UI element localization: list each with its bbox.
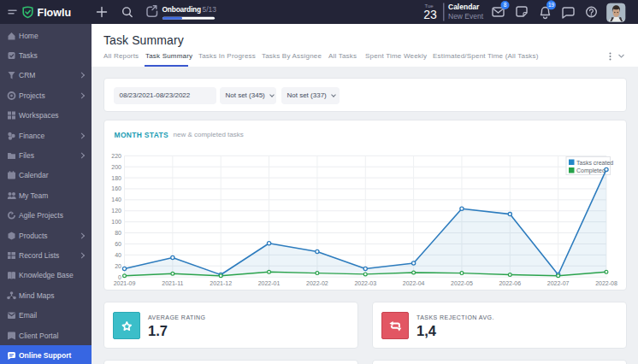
- svg-text:0: 0: [118, 274, 121, 280]
- svg-text:120: 120: [111, 208, 121, 214]
- svg-text:2022-05: 2022-05: [451, 280, 473, 286]
- svg-text:140: 140: [111, 197, 121, 203]
- svg-text:2021-09: 2021-09: [114, 280, 136, 286]
- svg-text:23: 23: [423, 8, 437, 21]
- svg-text:Calendar: Calendar: [448, 3, 480, 11]
- svg-text:2022-04: 2022-04: [403, 280, 425, 286]
- svg-text:20: 20: [115, 263, 121, 269]
- svg-text:Completed: Completed: [576, 167, 606, 174]
- svg-text:180: 180: [111, 175, 121, 181]
- svg-text:100: 100: [111, 219, 121, 225]
- svg-text:60: 60: [115, 241, 121, 247]
- svg-text:2022-01: 2022-01: [258, 280, 281, 286]
- svg-text:160: 160: [111, 185, 121, 191]
- svg-text:2022-03: 2022-03: [354, 280, 376, 286]
- svg-text:2022-02: 2022-02: [306, 280, 328, 286]
- svg-text:40: 40: [115, 252, 121, 258]
- svg-text:5/13: 5/13: [203, 5, 217, 14]
- svg-text:2022-06: 2022-06: [499, 280, 521, 286]
- svg-text:Tasks created: Tasks created: [576, 160, 613, 166]
- svg-text:2022-08: 2022-08: [595, 280, 617, 286]
- svg-text:200: 200: [111, 164, 121, 170]
- svg-text:Onboarding: Onboarding: [162, 5, 202, 14]
- svg-text:220: 220: [111, 153, 121, 159]
- svg-text:8: 8: [504, 2, 507, 8]
- svg-text:19: 19: [548, 2, 555, 8]
- svg-text:New Event: New Event: [448, 12, 484, 21]
- svg-text:Flowlu: Flowlu: [38, 7, 72, 19]
- svg-text:80: 80: [115, 230, 121, 236]
- svg-text:2021-11: 2021-11: [162, 280, 183, 286]
- svg-text:2021-12: 2021-12: [210, 280, 232, 286]
- svg-text:2022-07: 2022-07: [547, 280, 570, 286]
